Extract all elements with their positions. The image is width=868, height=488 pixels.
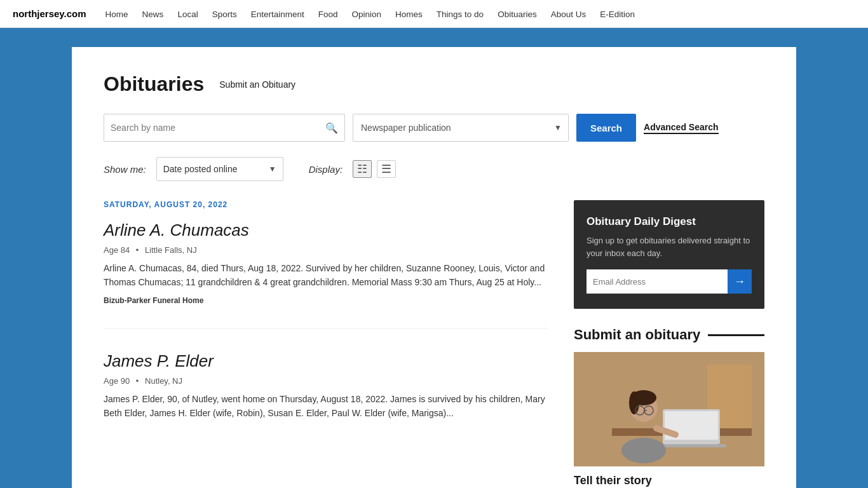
search-row: 🔍 Newspaper publicationThe RecordNorthJe… <box>104 114 764 142</box>
display-list-button[interactable]: ☰ <box>377 160 396 178</box>
main-nav: northjersey.com HomeNewsLocalSportsEnter… <box>0 0 868 28</box>
digest-title: Obituary Daily Digest <box>587 215 752 228</box>
obit-meta: Age 84 • Little Falls, NJ <box>104 245 548 255</box>
svg-point-9 <box>629 391 639 414</box>
obit-name-link[interactable]: Arline A. Chumacas <box>104 220 548 240</box>
display-grid-button[interactable]: ☷ <box>353 160 372 178</box>
search-input[interactable] <box>111 123 325 133</box>
nav-link-opinion[interactable]: Opinion <box>352 10 382 19</box>
page-header: Obituaries Submit an Obituary <box>104 72 764 96</box>
name-search-wrap: 🔍 <box>104 114 345 142</box>
show-me-label: Show me: <box>104 164 146 175</box>
content-card: Obituaries Submit an Obituary 🔍 Newspape… <box>72 47 796 488</box>
obit-name-link[interactable]: James P. Elder <box>104 351 548 371</box>
digest-box: Obituary Daily Digest Sign up to get obi… <box>574 200 764 309</box>
nav-link-sports[interactable]: Sports <box>212 10 237 19</box>
obit-dot: • <box>136 245 139 255</box>
nav-link-news[interactable]: News <box>142 10 164 19</box>
obit-text: Arline A. Chumacas, 84, died Thurs, Aug … <box>104 261 548 290</box>
page-title: Obituaries <box>104 72 204 96</box>
submit-obituary-link[interactable]: Submit an Obituary <box>219 79 295 90</box>
submit-obit-image[interactable] <box>574 352 764 466</box>
obit-funeral-home: Bizub-Parker Funeral Home <box>104 296 548 305</box>
submit-obit-section: Submit an obituary <box>574 327 764 487</box>
email-row: → <box>587 269 752 294</box>
email-input[interactable] <box>587 269 728 294</box>
obit-entry: James P. Elder Age 90 • Nutley, NJ James… <box>104 351 548 450</box>
obit-age: Age 84 <box>104 245 130 255</box>
nav-link-local[interactable]: Local <box>177 10 198 19</box>
nav-link-homes[interactable]: Homes <box>395 10 423 19</box>
advanced-search-link[interactable]: Advanced Search <box>644 122 719 134</box>
nav-link-about-us[interactable]: About Us <box>551 10 587 19</box>
nav-link-things-to-do[interactable]: Things to do <box>437 10 484 19</box>
submit-obit-title: Submit an obituary <box>574 327 764 343</box>
obit-dot: • <box>136 376 139 386</box>
nav-link-home[interactable]: Home <box>105 10 128 19</box>
obit-location: Nutley, NJ <box>145 376 182 386</box>
obit-age: Age 90 <box>104 376 130 386</box>
search-button[interactable]: Search <box>576 114 636 142</box>
obit-meta: Age 90 • Nutley, NJ <box>104 376 548 386</box>
display-buttons: ☷ ☰ <box>353 160 396 178</box>
site-brand[interactable]: northjersey.com <box>13 8 86 19</box>
svg-rect-5 <box>656 444 726 447</box>
date-select-wrap: Date posted onlineDate of serviceDate of… <box>156 157 283 181</box>
main-layout: SATURDAY, AUGUST 20, 2022 Arline A. Chum… <box>104 200 764 487</box>
filter-row: Show me: Date posted onlineDate of servi… <box>104 157 764 181</box>
tell-story-label: Tell their story <box>574 474 764 487</box>
display-label: Display: <box>309 164 342 175</box>
nav-link-e-edition[interactable]: E-Edition <box>600 10 635 19</box>
search-icon-button[interactable]: 🔍 <box>325 122 338 134</box>
email-submit-button[interactable]: → <box>728 269 752 294</box>
obit-text: James P. Elder, 90, of Nutley, went home… <box>104 392 548 421</box>
svg-point-6 <box>621 438 666 463</box>
date-header: SATURDAY, AUGUST 20, 2022 <box>104 200 548 209</box>
obituaries-list: SATURDAY, AUGUST 20, 2022 Arline A. Chum… <box>104 200 548 487</box>
obit-location: Little Falls, NJ <box>145 245 197 255</box>
sidebar: Obituary Daily Digest Sign up to get obi… <box>574 200 764 487</box>
digest-desc: Sign up to get obituaries delivered stra… <box>587 234 752 259</box>
obit-entry: Arline A. Chumacas Age 84 • Little Falls… <box>104 220 548 329</box>
publication-select[interactable]: Newspaper publicationThe RecordNorthJers… <box>361 123 560 133</box>
date-filter-select[interactable]: Date posted onlineDate of serviceDate of… <box>163 164 276 174</box>
nav-link-entertainment[interactable]: Entertainment <box>251 10 304 19</box>
nav-links: HomeNewsLocalSportsEntertainmentFoodOpin… <box>105 8 635 20</box>
publication-select-wrap: Newspaper publicationThe RecordNorthJers… <box>353 114 569 142</box>
nav-link-obituaries[interactable]: Obituaries <box>498 10 537 19</box>
nav-link-food[interactable]: Food <box>318 10 338 19</box>
